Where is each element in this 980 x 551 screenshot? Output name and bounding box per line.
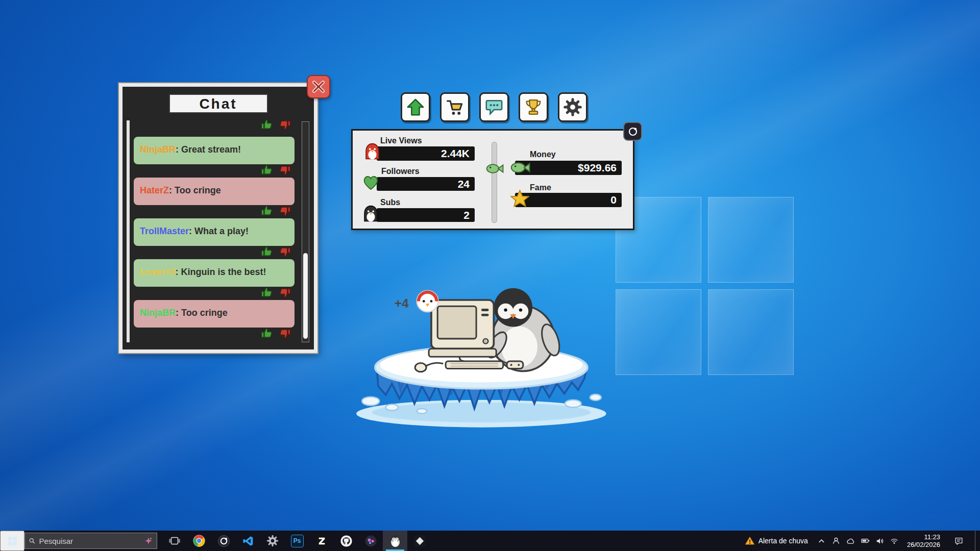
thumbs-down-icon[interactable] [278,118,292,131]
gain-text: +4 [395,296,409,310]
chat-bubble: NinjaBR: Too cringe [134,300,295,328]
clock-date: 26/02/2026 [907,541,940,548]
arrow-up-icon [406,97,425,117]
chat-toggle-button[interactable] [479,92,509,122]
cart-icon [445,97,464,117]
thumbs-up-icon[interactable] [259,205,274,217]
thumbs-up-icon[interactable] [259,245,274,258]
chat-message-partial [134,118,295,133]
computer-mouse[interactable] [415,363,426,372]
settings-button[interactable] [558,92,587,122]
trophy-icon [524,97,543,117]
chat-colon: : [189,226,194,236]
start-button[interactable] [0,531,24,551]
network-wifi-icon[interactable] [890,538,898,544]
star-icon [510,189,529,208]
user-icon[interactable] [832,537,840,545]
chat-message: NinjaBR: Too cringe [134,300,295,328]
taskbar-obs[interactable] [211,531,236,551]
search-icon [29,537,35,545]
thumbs-up-icon[interactable] [259,327,274,340]
chat-message-list[interactable]: NinjaBR: Great stream! HaterZ: Too cring… [134,118,295,343]
fame-label: Fame [530,183,551,192]
chat-message: Lover<3: Kinguin is the best! [134,259,295,287]
chat-colon: : [176,144,181,155]
taskbar-search[interactable] [24,533,157,549]
vote-buttons [259,164,292,177]
onedrive-cloud-icon[interactable] [846,538,855,544]
chat-message-text: Kinguin is the best! [181,267,266,277]
thumbs-up-icon[interactable] [259,286,274,299]
task-view-button[interactable] [162,531,187,551]
taskbar-vscode[interactable] [236,531,260,551]
thumbs-down-icon[interactable] [278,245,292,258]
keyboard [446,361,503,369]
achievements-button[interactable] [519,92,548,122]
chrome-icon [192,534,206,547]
clock-time: 11:23 [907,533,940,541]
followers-value: 24 [377,177,475,191]
gain-indicator: +4 [395,291,438,312]
game-scene[interactable]: +4 [353,275,616,431]
tray-chevron-icon[interactable] [818,538,825,544]
thumbs-down-icon[interactable] [278,164,292,177]
taskbar-app-dark[interactable] [407,531,432,551]
thumbs-up-icon[interactable] [259,118,274,131]
upgrade-button[interactable] [401,92,430,122]
fame-value: 0 [515,193,622,207]
chat-bubble: Lover<3: Kinguin is the best! [134,259,295,287]
followers-label: Followers [381,167,420,176]
close-icon [311,79,326,94]
chat-message-text: Too cringe [175,185,221,195]
taskbar-app-z[interactable] [309,531,334,551]
penguin-game-icon [388,534,402,548]
search-input[interactable] [39,537,140,545]
weather-alert[interactable]: Alerta de chuva [742,536,811,546]
chat-message: TrollMaster: What a play! [134,218,295,246]
tray-icons [832,537,898,545]
live-views-value: 2.44K [377,146,475,161]
chat-close-button[interactable] [307,75,330,98]
chat-message: HaterZ: Too cringe [134,178,295,205]
thumbs-down-icon[interactable] [278,327,292,340]
obs-swirl-icon [626,125,640,138]
taskbar-photoshop[interactable]: Ps [285,531,309,551]
system-tray: Alerta de chuva [742,531,980,551]
shop-button[interactable] [440,92,470,122]
show-desktop-button[interactable] [975,531,978,551]
windows-logo-pane [708,289,794,375]
heart-icon [361,173,380,192]
battery-icon[interactable] [861,538,870,544]
taskbar-clock[interactable]: 11:23 26/02/2026 [905,533,942,548]
chat-message: NinjaBR: Great stream! [134,137,295,164]
windows-wallpaper-logo [616,197,794,377]
taskbar-penguin-game[interactable] [383,531,407,551]
chat-message-text: What a play! [194,226,249,236]
fish-slider-handle[interactable] [484,160,505,177]
taskbar-app-purple[interactable] [358,531,383,551]
weather-alert-text: Alerta de chuva [758,537,808,545]
taskbar-chrome[interactable] [187,531,211,551]
chat-message-text: Too cringe [181,308,228,318]
z-app-icon [315,535,328,547]
thumbs-down-icon[interactable] [278,205,292,217]
thumbs-down-icon[interactable] [278,286,292,299]
taskbar-settings-gear[interactable] [260,531,285,551]
controller [507,361,523,369]
volume-icon[interactable] [876,537,884,545]
vote-buttons [259,118,292,131]
task-view-icon [168,535,181,547]
vertical-slider-track[interactable] [492,142,497,223]
taskbar-github[interactable] [334,531,358,551]
speech-bubble-icon [484,97,504,117]
chat-title: Chat [169,94,268,113]
notification-center-button[interactable] [949,531,968,551]
chat-bubble: TrollMaster: What a play! [134,218,295,246]
windows-logo-pane [708,197,794,283]
stream-stats-panel: Live Views 2.44K Followers 24 Subs 2 Mon… [351,129,634,230]
obs-mini-button[interactable] [623,122,642,141]
thumbs-up-icon[interactable] [259,164,274,177]
chat-colon: : [176,308,181,318]
chat-scrollbar-thumb[interactable] [303,253,308,339]
chat-scrollbar[interactable] [302,121,309,342]
